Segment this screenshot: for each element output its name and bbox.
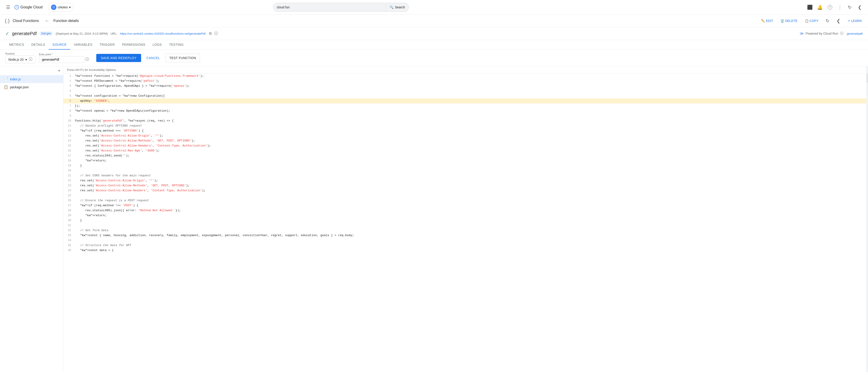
line-content[interactable]: // Structure the data for GPT — [75, 243, 866, 248]
copy-icon: 📋 — [805, 19, 809, 23]
refresh-page-button[interactable]: ↻ — [823, 16, 832, 25]
tab-logs[interactable]: LOGS — [149, 40, 165, 50]
line-content[interactable]: res.set('Access-Control-Allow-Headers', … — [75, 143, 866, 148]
line-content[interactable]: res.set('Access-Control-Max-Age', '3600'… — [75, 148, 866, 153]
tab-details[interactable]: DETAILS — [28, 40, 49, 50]
line-content[interactable]: res.set('Access-Control-Allow-Methods', … — [75, 138, 866, 143]
line-content[interactable] — [75, 193, 866, 198]
search-button-label: Search — [395, 5, 405, 9]
line-content[interactable]: "kw">const configuration = "kw">new Conf… — [75, 94, 866, 98]
line-content[interactable] — [75, 168, 866, 173]
line-content[interactable]: "kw">const data = { — [75, 248, 866, 253]
line-content[interactable]: res.set('Access-Control-Allow-Origin', '… — [75, 133, 866, 138]
refresh-icon: ↻ — [848, 4, 852, 10]
line-content[interactable]: } — [75, 163, 866, 168]
line-content[interactable]: res.set('Access-Control-Allow-Origin', '… — [75, 178, 866, 183]
tab-trigger[interactable]: TRIGGER — [96, 40, 119, 50]
file-item-index-js[interactable]: 📄 index.js ⋮ — [0, 75, 63, 83]
accessibility-hint: Press Alt+F1 for Accessibility Options. — [63, 66, 866, 73]
entry-point-help-icon[interactable]: ⓘ — [85, 57, 89, 62]
function-name: generatePdf — [12, 31, 37, 36]
code-line: 10functions.http('generatePdf', "kw">asy… — [63, 119, 866, 123]
line-number: 27 — [63, 203, 75, 208]
line-content[interactable]: "kw">const PDFDocument = "kw">require('p… — [75, 78, 866, 84]
edit-label: EDIT — [766, 19, 773, 23]
line-content[interactable] — [75, 223, 866, 228]
notifications-button[interactable]: 🔔 — [815, 3, 825, 12]
terminal-button[interactable]: ⬛ — [805, 3, 814, 12]
edit-link[interactable]: ✏️ EDIT — [758, 17, 776, 25]
line-content[interactable]: // Set CORS headers for the main request — [75, 173, 866, 178]
line-number: 9 — [63, 114, 75, 119]
delete-link[interactable]: 🗑️ DELETE — [778, 17, 800, 25]
code-area[interactable]: 1"kw">const functions = "kw">require('@g… — [63, 73, 866, 253]
menu-button[interactable]: ☰ — [4, 3, 13, 12]
scrollbar-thumb[interactable] — [867, 73, 868, 83]
cancel-button[interactable]: CANCEL — [143, 54, 164, 62]
line-content[interactable] — [75, 238, 866, 243]
line-content[interactable]: // Ensure the request is a POST request — [75, 198, 866, 203]
line-number: 12 — [63, 128, 75, 133]
refresh-button[interactable]: ↻ — [845, 3, 855, 12]
cloud-functions-icon: (.) — [4, 17, 11, 25]
test-function-button[interactable]: TEST FUNCTION — [165, 54, 200, 62]
tab-metrics[interactable]: METRICS — [5, 40, 28, 50]
top-nav-actions: ⬛ 🔔 ? ⋮ ↻ ❮ — [805, 3, 864, 12]
line-content[interactable]: res.status(405).json({ error: 'Method No… — [75, 208, 866, 213]
line-content[interactable]: "kw">return; — [75, 158, 866, 163]
function-url[interactable]: https://us-central1-unotes-416320.cloudf… — [120, 32, 206, 35]
line-content[interactable]: }); — [75, 103, 866, 108]
entry-point-input[interactable] — [39, 56, 85, 63]
line-content[interactable]: "kw">if (req.method !== 'POST') { — [75, 203, 866, 208]
line-content[interactable]: apiKey: 'HIDDEN', — [75, 98, 866, 103]
tab-source[interactable]: SOURCE — [49, 40, 70, 50]
code-editor[interactable]: Press Alt+F1 for Accessibility Options. … — [63, 66, 866, 372]
more-page-button[interactable]: ❮ — [834, 16, 843, 25]
line-content[interactable]: } — [75, 218, 866, 223]
copy-link[interactable]: 📋 COPY — [802, 17, 822, 25]
powered-by-link[interactable]: generatepdf — [847, 32, 863, 35]
url-label: URL: — [111, 32, 117, 35]
toolbar-actions: SAVE AND REDEPLOY CANCEL TEST FUNCTION — [96, 54, 200, 62]
tab-testing[interactable]: TESTING — [165, 40, 187, 50]
tab-variables[interactable]: VARIABLES — [70, 40, 96, 50]
line-content[interactable]: res.status(204).send(''); — [75, 153, 866, 158]
save-and-redeploy-button[interactable]: SAVE AND REDEPLOY — [96, 54, 141, 62]
line-content[interactable]: res.set('Access-Control-Allow-Headers', … — [75, 188, 866, 193]
runtime-select[interactable]: Node.js 20 ▾ ⓘ — [5, 56, 35, 63]
search-button[interactable]: 🔍 Search — [386, 3, 409, 12]
line-content[interactable]: "kw">const functions = "kw">require('@go… — [75, 73, 866, 78]
function-header: ✓ generatePdf 2nd gen (Deployed at May 2… — [0, 27, 868, 40]
line-content[interactable]: "kw">const { Configuration, OpenAIApi } … — [75, 84, 866, 89]
line-content[interactable]: functions.http('generatePdf', "kw">async… — [75, 119, 866, 123]
tab-permissions[interactable]: PERMISSIONS — [119, 40, 149, 50]
line-number: 35 — [63, 243, 75, 248]
line-content[interactable] — [75, 114, 866, 119]
back-button[interactable]: ← — [42, 16, 52, 25]
learn-link[interactable]: ↗ LEARN — [845, 17, 864, 25]
more-options-button[interactable]: ⋮ — [835, 3, 844, 12]
vertical-scrollbar[interactable] — [866, 66, 868, 372]
file-item-package-json[interactable]: 📋 package.json ⋮ — [0, 83, 63, 91]
line-content[interactable]: // Get form data — [75, 228, 866, 233]
add-file-button[interactable]: + — [58, 68, 60, 73]
search-bar: ✕ 🔍 Search — [273, 3, 409, 12]
line-number: 24 — [63, 188, 75, 193]
account-chip[interactable]: U uNotes ▾ — [48, 3, 73, 11]
line-content[interactable] — [75, 89, 866, 94]
runtime-help-icon[interactable]: ⓘ — [29, 57, 32, 62]
line-content[interactable]: // Handle preflight OPTIONS request — [75, 123, 866, 128]
url-help-icon[interactable]: ⓘ — [214, 31, 218, 36]
line-content[interactable]: res.set('Access-Control-Allow-Methods', … — [75, 183, 866, 188]
line-content[interactable]: "kw">if (req.method === 'OPTIONS') { — [75, 128, 866, 133]
line-number: 21 — [63, 173, 75, 178]
line-number: 19 — [63, 163, 75, 168]
line-content[interactable]: "kw">return; — [75, 213, 866, 218]
line-number: 2 — [63, 78, 75, 84]
line-content[interactable]: "kw">const openai = "kw">new OpenAIApi(c… — [75, 108, 866, 114]
more-page-icon: ❮ — [837, 18, 840, 24]
line-content[interactable]: "kw">const { name, housing, addiction, r… — [75, 233, 866, 238]
help-button[interactable]: ? — [826, 3, 835, 12]
collapse-button[interactable]: ❮ — [855, 3, 864, 12]
copy-url-icon[interactable]: ⧉ — [209, 31, 212, 36]
